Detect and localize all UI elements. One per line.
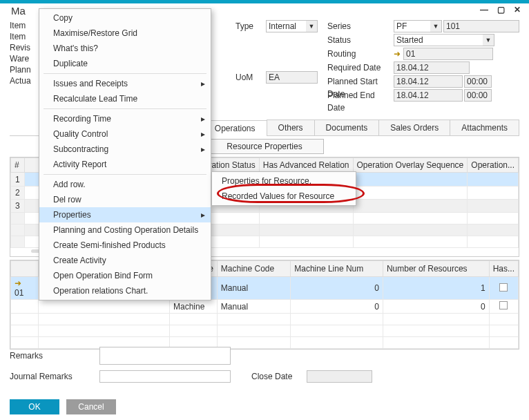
planned-end-label: Planned End Date	[327, 89, 391, 102]
col-rownum[interactable]: #	[11, 158, 25, 173]
menu-duplicate[interactable]: Duplicate	[39, 56, 211, 71]
series-number-field: 101	[443, 20, 519, 32]
maximize-button[interactable]: ▢	[496, 5, 506, 15]
type-label: Type	[235, 20, 263, 32]
col2-machine-code[interactable]: Machine Code	[217, 261, 290, 277]
planned-end-date-field: 18.04.12	[394, 89, 463, 102]
resource-properties-button[interactable]: Resource Properties	[205, 139, 323, 154]
properties-submenu[interactable]: Properties for Resource. Recorded Values…	[211, 171, 356, 206]
routing-label: Routing	[327, 48, 391, 60]
series-label: Series	[327, 20, 391, 32]
minimize-button[interactable]: —	[479, 5, 489, 15]
col2-num-resources[interactable]: Number of Resources	[383, 261, 489, 277]
journal-remarks-label: Journal Remarks	[10, 372, 99, 381]
tab-operations[interactable]: Operations	[203, 120, 267, 136]
menu-activity-report[interactable]: Activity Report	[39, 157, 211, 172]
menu-maximise-restore-grid[interactable]: Maximise/Restore Grid	[39, 26, 211, 41]
menu-create-activity[interactable]: Create Activity	[39, 253, 211, 268]
col2-machine-line-num[interactable]: Machine Line Num	[291, 261, 383, 277]
menu-recording-time[interactable]: Recording Time	[39, 111, 211, 126]
remarks-label: Remarks	[10, 351, 99, 361]
ok-button[interactable]: OK	[10, 399, 59, 414]
menu-planning-and-costing-operation-details[interactable]: Planning and Costing Operation Details	[39, 222, 211, 238]
col-operation-more[interactable]: Operation...	[468, 158, 519, 173]
close-date-field	[307, 370, 372, 383]
close-date-label: Close Date	[251, 372, 307, 381]
menu-subcontracting[interactable]: Subcontracting	[39, 142, 211, 157]
tab-others[interactable]: Others	[267, 120, 315, 135]
status-select[interactable]: Started▼	[394, 34, 494, 46]
tab-sales-orders[interactable]: Sales Orders	[378, 120, 450, 135]
window-title: Ma	[11, 5, 26, 17]
cancel-button[interactable]: Cancel	[66, 399, 116, 414]
menu-properties-for-resource[interactable]: Properties for Resource.	[212, 173, 356, 189]
menu-recorded-values-for-resource[interactable]: Recorded Values for Resource	[212, 189, 356, 204]
planned-end-time-field: 00:00	[464, 89, 492, 102]
col-overlay-seq[interactable]: Operation Overlay Sequence	[353, 158, 468, 173]
menu-del-row[interactable]: Del row	[39, 192, 211, 207]
required-date-label: Required Date	[327, 61, 391, 74]
menu-what-s-this[interactable]: What's this?	[39, 41, 211, 56]
menu-operation-relations-chart[interactable]: Operation relations Chart.	[39, 283, 211, 298]
planned-start-label: Planned Start Date	[327, 75, 391, 88]
type-select[interactable]: Internal▼	[266, 20, 318, 32]
planned-start-time-field: 00:00	[464, 75, 492, 88]
close-button[interactable]: ✕	[512, 5, 522, 15]
table-row	[11, 325, 519, 337]
menu-issues-and-receipts[interactable]: Issues and Receipts	[39, 76, 211, 91]
table-row[interactable]: Machine Manual 0 0	[11, 300, 519, 314]
routing-field: 01	[403, 48, 493, 60]
menu-recalculate-lead-time[interactable]: Recalculate Lead Time	[39, 91, 211, 106]
menu-copy[interactable]: Copy	[39, 10, 211, 26]
uom-label: UoM	[235, 71, 263, 84]
menu-properties[interactable]: Properties	[39, 207, 211, 222]
col2-link[interactable]	[11, 261, 39, 277]
table-row	[11, 314, 519, 325]
link-arrow-icon[interactable]	[394, 49, 403, 59]
tab-documents[interactable]: Documents	[314, 120, 380, 135]
menu-open-operation-bind-form[interactable]: Open Operation Bind Form	[39, 268, 211, 283]
context-menu[interactable]: CopyMaximise/Restore GridWhat's this?Dup…	[39, 8, 211, 300]
status-label: Status	[327, 34, 391, 46]
uom-field: EA	[266, 71, 318, 84]
menu-create-semi-finished-products[interactable]: Create Semi-finished Products	[39, 238, 211, 253]
link-arrow-icon[interactable]	[15, 278, 24, 288]
menu-add-row[interactable]: Add row.	[39, 177, 211, 192]
series-select[interactable]: PF▼	[394, 20, 442, 32]
required-date-field: 18.04.12	[394, 61, 470, 74]
planned-start-date-field: 18.04.12	[394, 75, 463, 88]
tab-attachments[interactable]: Attachments	[450, 120, 519, 135]
remarks-field[interactable]	[99, 347, 231, 365]
col-has-advanced[interactable]: Has Advanced Relation	[259, 158, 353, 173]
checkbox[interactable]	[499, 301, 508, 309]
col2-has[interactable]: Has...	[489, 261, 518, 277]
journal-remarks-field[interactable]	[99, 370, 231, 383]
menu-quality-control[interactable]: Quality Control	[39, 126, 211, 142]
checkbox[interactable]	[499, 283, 508, 292]
